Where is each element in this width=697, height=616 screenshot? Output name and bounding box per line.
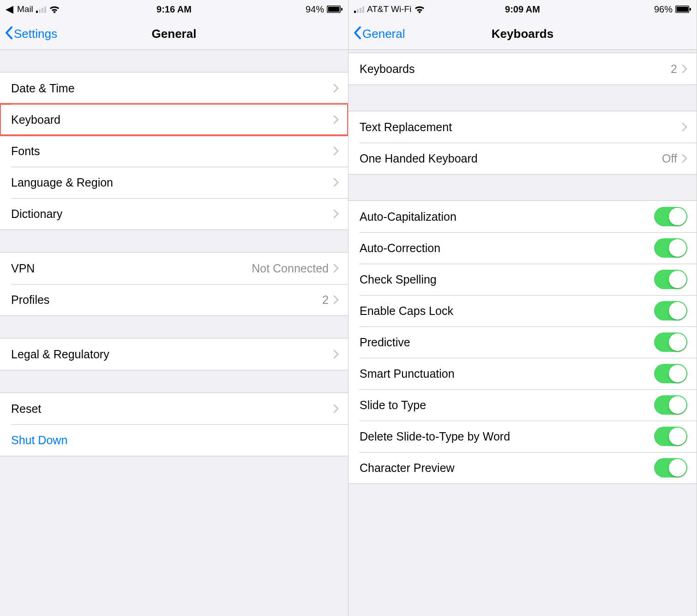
row-label: Smart Punctuation [360,367,455,380]
row-text-replacement[interactable]: Text Replacement [348,111,697,143]
nav-bar: General Keyboards [348,18,697,50]
section-text: Text Replacement One Handed Keyboard Off [348,111,697,175]
toggle-check-spelling[interactable] [654,270,687,289]
row-dictionary[interactable]: Dictionary [0,198,348,229]
row-auto-correct[interactable]: Auto-Correction [348,232,697,264]
wifi-icon [49,5,60,13]
back-app-label[interactable]: Mail [17,4,33,14]
toggle-smart-punct[interactable] [654,364,687,383]
battery-icon [675,6,691,13]
row-language-region[interactable]: Language & Region [0,167,348,198]
svg-rect-1 [328,7,340,12]
nav-back-button[interactable]: General [353,26,405,42]
section-2: VPN Not Connected Profiles 2 [0,252,348,316]
nav-title: General [152,27,197,41]
row-label: Language & Region [11,176,113,189]
row-predictive[interactable]: Predictive [348,326,697,358]
battery-pct: 96% [654,4,673,15]
row-vpn[interactable]: VPN Not Connected [0,253,348,284]
chevron-right-icon [333,295,339,304]
row-label: Keyboards [360,62,415,76]
row-label: Reset [11,402,41,416]
chevron-left-icon [353,26,361,42]
row-smart-punct[interactable]: Smart Punctuation [348,358,697,389]
chevron-right-icon [333,146,339,156]
svg-rect-5 [690,8,691,11]
toggle-char-preview[interactable] [654,458,687,477]
row-label: Keyboard [11,113,60,127]
row-shut-down[interactable]: Shut Down [0,424,348,456]
row-delete-slide[interactable]: Delete Slide-to-Type by Word [348,421,697,452]
wifi-icon [414,5,425,13]
row-value: 2 [671,62,677,76]
toggle-auto-cap[interactable] [654,207,687,226]
chevron-right-icon [333,350,339,359]
carrier-label: AT&T Wi-Fi [367,4,411,14]
row-label: Fonts [11,145,40,158]
nav-back-button[interactable]: Settings [5,26,57,42]
row-reset[interactable]: Reset [0,393,348,424]
row-keyboards[interactable]: Keyboards 2 [348,53,697,85]
row-label: Auto-Correction [360,242,440,255]
row-label: Auto-Capitalization [360,210,457,223]
row-profiles[interactable]: Profiles 2 [0,284,348,315]
row-label: One Handed Keyboard [360,152,478,165]
section-3: Legal & Regulatory [0,338,348,370]
settings-list[interactable]: Date & Time Keyboard Fonts Language & Re… [0,50,348,616]
phone-general: ◀ Mail 9:16 AM 94% Settings General [0,0,348,616]
row-slide-to-type[interactable]: Slide to Type [348,389,697,421]
chevron-left-icon [5,26,13,42]
chevron-right-icon [333,84,339,93]
chevron-right-icon [333,178,339,187]
back-app-caret-icon[interactable]: ◀ [6,3,13,15]
svg-rect-4 [677,7,689,12]
row-legal[interactable]: Legal & Regulatory [0,338,348,370]
row-label: Dictionary [11,207,62,221]
status-time: 9:09 AM [505,4,540,15]
row-one-handed[interactable]: One Handed Keyboard Off [348,143,697,174]
nav-back-label: Settings [14,27,57,41]
signal-icon [354,6,364,13]
section-keyboards: Keyboards 2 [348,53,697,85]
nav-back-label: General [362,27,405,41]
row-label: Check Spelling [360,273,437,286]
toggle-delete-slide[interactable] [654,427,687,446]
section-1: Date & Time Keyboard Fonts Language & Re… [0,72,348,230]
row-label: Date & Time [11,82,75,95]
phone-keyboards: AT&T Wi-Fi 9:09 AM 96% General Keyboards… [348,0,697,616]
row-caps-lock[interactable]: Enable Caps Lock [348,295,697,326]
chevron-right-icon [333,115,339,124]
row-label: Delete Slide-to-Type by Word [360,430,510,443]
toggle-caps-lock[interactable] [654,301,687,320]
chevron-right-icon [333,209,339,218]
section-toggles: Auto-Capitalization Auto-Correction Chec… [348,200,697,484]
row-fonts[interactable]: Fonts [0,135,348,167]
chevron-right-icon [333,404,339,413]
status-bar: AT&T Wi-Fi 9:09 AM 96% [348,0,697,18]
row-label: VPN [11,262,35,275]
row-label: Character Preview [360,461,455,475]
chevron-right-icon [333,264,339,273]
row-auto-cap[interactable]: Auto-Capitalization [348,201,697,232]
battery-icon [327,6,342,13]
row-label: Legal & Regulatory [11,348,109,361]
chevron-right-icon [682,64,687,73]
row-value: Off [662,152,677,165]
chevron-right-icon [682,122,687,132]
toggle-slide-to-type[interactable] [654,395,687,415]
nav-title: Keyboards [492,27,553,41]
chevron-right-icon [682,154,687,163]
toggle-predictive[interactable] [654,332,687,352]
row-check-spelling[interactable]: Check Spelling [348,264,697,295]
row-label: Profiles [11,293,49,307]
status-bar: ◀ Mail 9:16 AM 94% [0,0,348,18]
toggle-auto-correct[interactable] [654,238,687,258]
row-keyboard[interactable]: Keyboard [0,104,348,135]
row-label: Slide to Type [360,399,426,412]
keyboard-settings-list[interactable]: Keyboards 2 Text Replacement One Handed … [348,50,697,616]
row-date-time[interactable]: Date & Time [0,72,348,104]
row-value: 2 [322,293,329,307]
battery-pct: 94% [306,4,324,15]
row-char-preview[interactable]: Character Preview [348,452,697,483]
section-4: Reset Shut Down [0,393,348,456]
